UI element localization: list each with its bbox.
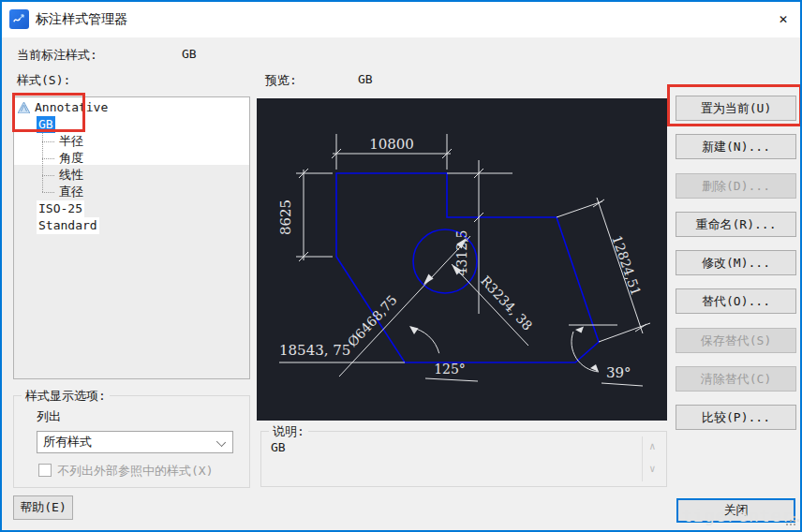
dim-text-notch: 4312,5 — [454, 230, 469, 276]
clear-override-button: 清除替代(C) — [676, 366, 796, 392]
dim-text-slant: 12824,51 — [609, 233, 644, 297]
styles-label: 样式(S): — [17, 72, 70, 89]
current-style-label: 当前标注样式: — [17, 47, 97, 64]
tree-item-label: GB — [37, 116, 55, 133]
tree-item-label: 半径 — [57, 133, 85, 150]
modify-button[interactable]: 修改(M)... — [676, 250, 796, 275]
dim-text-angle-right: 39° — [606, 364, 631, 381]
tree-item-label: 角度 — [57, 150, 85, 167]
tree-item-standard[interactable]: Standard — [14, 217, 249, 234]
tree-item-iso25[interactable]: ISO-25 — [14, 200, 249, 217]
set-current-button[interactable]: 置为当前(U) — [676, 96, 796, 121]
dimension-style-manager-dialog: 标注样式管理器 ✕ 当前标注样式: GB 样式(S): 预览: GB Annot… — [0, 0, 802, 532]
tree-item-label: Annotative — [33, 99, 110, 116]
dim-text-height: 8625 — [277, 200, 294, 235]
dim-text-bottom: 18543, 75 — [279, 342, 350, 359]
tree-item-radius[interactable]: 半径 — [14, 133, 249, 150]
preview-panel: 10800 8625 4312,5 18543, 75 Ø6468,75 R32… — [257, 98, 667, 421]
compare-button[interactable]: 比较(P)... — [676, 405, 796, 430]
dim-text-radius: R3234, 38 — [478, 273, 535, 332]
xref-checkbox-label: 不列出外部参照中的样式(X) — [57, 463, 213, 480]
tree-item-label: Standard — [37, 217, 99, 234]
style-list[interactable]: Annotative GB 半径 角度 线性 直径 ISO-25 Standar… — [13, 96, 250, 379]
new-button[interactable]: 新建(N)... — [676, 134, 796, 159]
window-title: 标注样式管理器 — [36, 11, 127, 28]
style-filter-dropdown[interactable]: 所有样式 — [37, 431, 233, 453]
tree-item-label: ISO-25 — [37, 200, 84, 217]
tree-item-annotative[interactable]: Annotative — [14, 99, 249, 116]
chevron-down-icon — [216, 437, 226, 447]
help-button[interactable]: 帮助(E) — [13, 495, 73, 520]
dimension-icon — [12, 12, 26, 26]
list-label: 列出 — [37, 408, 61, 425]
xref-checkbox[interactable] — [38, 464, 52, 477]
preview-drawing: 10800 8625 4312,5 18543, 75 Ø6468,75 R32… — [257, 98, 667, 421]
tree-item-label: 直径 — [57, 184, 85, 200]
divider — [642, 436, 643, 481]
chevron-down-icon[interactable]: ∨ — [649, 464, 656, 474]
preview-style-name: GB — [358, 72, 373, 86]
display-options-label: 样式显示选项: — [22, 388, 110, 405]
app-icon — [9, 9, 29, 29]
description-group: 说明: GB ∧ ∨ — [260, 431, 667, 487]
close-dialog-button[interactable]: 关闭 — [676, 498, 795, 523]
annotative-icon — [18, 102, 30, 113]
display-options-group: 样式显示选项: 列出 所有样式 不列出外部参照中的样式(X) — [13, 395, 250, 488]
resize-grip-icon[interactable] — [786, 516, 797, 527]
preview-label: 预览: — [265, 72, 297, 89]
description-label: 说明: — [269, 423, 308, 440]
close-icon[interactable]: ✕ — [766, 5, 800, 33]
tree-item-label: 线性 — [57, 167, 85, 184]
tree-item-angle[interactable]: 角度 — [14, 150, 249, 167]
delete-button: 删除(D)... — [676, 173, 796, 199]
tree-item-linear[interactable]: 线性 — [14, 167, 249, 184]
current-style-value: GB — [182, 47, 197, 61]
tree-item-diameter[interactable]: 直径 — [14, 184, 249, 200]
description-text: GB — [271, 440, 286, 454]
dim-text-width: 10800 — [369, 136, 414, 153]
title-bar: 标注样式管理器 ✕ — [2, 2, 800, 37]
chevron-up-icon[interactable]: ∧ — [649, 441, 656, 451]
style-filter-value: 所有样式 — [43, 434, 92, 451]
override-button[interactable]: 替代(O)... — [676, 288, 796, 314]
tree-item-gb-selected[interactable]: GB — [14, 116, 249, 133]
rename-button[interactable]: 重命名(R)... — [676, 212, 796, 237]
save-override-button: 保存替代(S) — [676, 328, 796, 353]
dim-text-angle-left: 125° — [434, 362, 466, 377]
